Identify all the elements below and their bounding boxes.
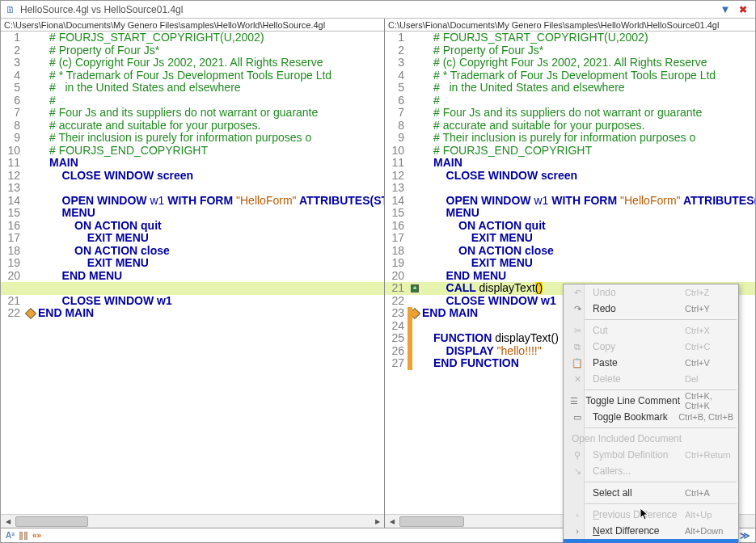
file-icon: 🗎 [6,4,15,15]
context-menu-item[interactable]: ↷RedoCtrl+Y [564,301,738,317]
context-menu: ↶UndoCtrl+Z↷RedoCtrl+Y✂CutCtrl+X⧉CopyCtr… [563,284,739,543]
menu-item-shortcut: Ctrl+Z [685,288,733,297]
menu-item-icon: ‹ [567,510,588,520]
menu-item-shortcut: Del [685,374,733,384]
menu-item-label: Copy [593,341,680,352]
context-menu-item[interactable]: ☰Toggle Line CommentCtrl+K, Ctrl+K [564,393,738,409]
menu-item-icon: › [567,526,588,536]
menu-item-shortcut: Ctrl+B, Ctrl+B [678,412,733,422]
menu-item-shortcut: Alt+Down [685,526,733,536]
menu-item-label: Next Difference [593,525,680,537]
menu-item-label: Paste [593,357,680,368]
menu-item-label: Delete [593,373,680,385]
menu-item-label: Toggle Bookmark [593,411,674,423]
menu-item-icon: ▭ [567,412,588,423]
scroll-left-arrow[interactable]: ◀ [1,515,15,528]
menu-item-icon: ⚲ [567,450,588,461]
context-menu-item: ⚲Symbol DefinitionCtrl+Return [564,447,738,463]
context-menu-separator [585,503,737,504]
context-menu-item: ✂CutCtrl+X [564,322,738,339]
menu-item-shortcut: Ctrl+K, Ctrl+K [685,391,733,410]
context-menu-item[interactable]: 📋PasteCtrl+V [564,355,738,371]
right-path: C:\Users\Fiona\Documents\My Genero Files… [385,19,755,32]
menu-item-label: Redo [593,303,680,314]
left-hscroll[interactable]: ◀ ▶ [1,514,384,528]
menu-item-label: Callers... [593,465,680,477]
context-menu-item[interactable]: ▭Toggle BookmarkCtrl+B, Ctrl+B [564,409,738,425]
menu-item-icon: ⧉ [567,342,588,352]
menu-item-label: Undo [593,287,680,298]
menu-item-shortcut: Ctrl+A [685,488,733,498]
left-pane: C:\Users\Fiona\Documents\My Genero Files… [1,19,385,528]
legend-diff-icon[interactable]: «» [32,531,41,540]
context-menu-item[interactable]: ›Next DifferenceAlt+Down [564,523,738,539]
menu-item-icon: ☰ [567,396,581,406]
context-menu-separator [585,319,737,320]
context-menu-item: Open Included Document [564,431,738,447]
menu-item-shortcut: Ctrl+Y [685,304,733,314]
diff-last-icon[interactable]: ≫ [739,530,750,541]
legend: Aª «» [6,531,41,540]
legend-ws-icon[interactable] [19,531,27,540]
menu-item-icon: ↘ [567,466,588,477]
menu-item-shortcut: Ctrl+V [685,358,733,368]
right-scroll-thumb[interactable] [399,516,464,527]
menu-item-icon: ✂ [567,326,588,336]
menu-item-label: Open Included Document [572,433,682,444]
menu-item-icon: 📋 [567,358,588,368]
menu-item-shortcut: Ctrl+Return [685,450,733,460]
close-button[interactable]: ✖ [736,3,750,16]
scroll-left-arrow[interactable]: ◀ [385,515,399,528]
context-menu-item: ‹Previous DifferenceAlt+Up [564,507,738,523]
case-toggle-icon[interactable]: Aª [6,531,15,540]
menu-item-label: Select all [593,487,680,499]
menu-item-shortcut: Ctrl+C [685,342,733,351]
menu-item-icon: ✕ [567,374,588,385]
menu-item-shortcut: Ctrl+X [685,326,733,335]
scroll-right-arrow[interactable]: ▶ [370,515,384,528]
context-menu-item: ⧉CopyCtrl+C [564,339,738,355]
menu-item-shortcut: Alt+Up [685,510,733,520]
menu-item-label: Symbol Definition [593,449,680,461]
context-menu-item[interactable]: ◀Copy to Base FileAlt+Left [564,539,738,543]
context-menu-item[interactable]: Select allCtrl+A [564,485,738,501]
context-menu-separator [585,389,737,390]
context-menu-item: ✕DeleteDel [564,371,738,387]
context-menu-item: ↘Callers... [564,463,738,479]
menu-item-label: Previous Difference [593,509,680,520]
menu-item-icon: ↷ [567,304,588,314]
context-menu-separator [585,482,737,482]
left-scroll-thumb[interactable] [15,516,88,527]
left-code[interactable]: 1# FOURJS_START_COPYRIGHT(U,2002)2# Prop… [1,32,384,514]
context-menu-item: ↶UndoCtrl+Z [564,284,738,301]
menu-item-icon: ↶ [567,288,588,298]
left-path: C:\Users\Fiona\Documents\My Genero Files… [1,19,384,32]
titlebar: 🗎 HelloSource.4gl vs HelloSource01.4gl ▼… [1,1,755,19]
menu-item-label: Cut [593,325,680,336]
context-menu-separator [585,427,737,428]
menu-item-label: Toggle Line Comment [585,395,680,406]
minimize-button[interactable]: ▼ [718,3,733,16]
window-title: HelloSource.4gl vs HelloSource01.4gl [20,4,715,15]
